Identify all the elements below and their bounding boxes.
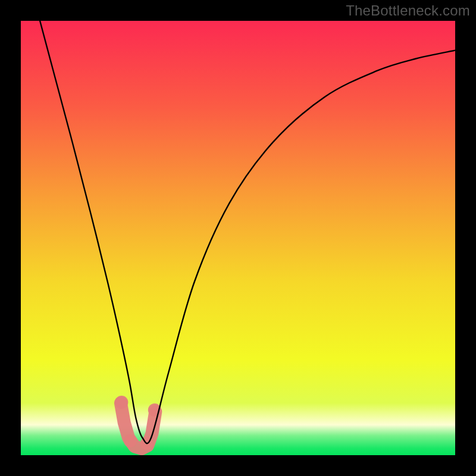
watermark-text: TheBottleneck.com (346, 2, 470, 19)
chart-frame: TheBottleneck.com (0, 0, 476, 476)
plot-area (21, 21, 455, 455)
bottleneck-curve (21, 21, 455, 455)
